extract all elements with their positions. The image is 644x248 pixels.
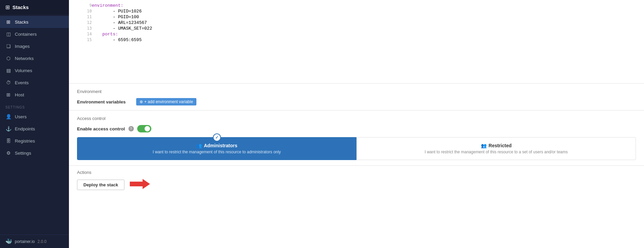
line-number: 9 <box>77 3 92 8</box>
restricted-card-desc: I want to restrict the management of thi… <box>425 150 568 154</box>
plus-icon: ⊕ <box>140 99 143 104</box>
networks-icon: ⬡ <box>5 56 11 61</box>
code-line-10: 10 - PUID=1026 <box>77 8 644 14</box>
settings-icon: ⚙ <box>5 150 11 156</box>
sidebar-item-label: Endpoints <box>15 126 35 131</box>
code-line-11: 11 - PGID=100 <box>77 14 644 20</box>
line-number: 15 <box>77 37 92 43</box>
restricted-icon: 👥 <box>481 143 487 148</box>
sidebar-item-label: Networks <box>15 56 34 61</box>
sidebar-item-endpoints[interactable]: ⚓ Endpoints <box>0 123 69 135</box>
sidebar-item-label: Images <box>15 44 30 49</box>
env-variables-row: Environment variables ⊕ + add environmen… <box>77 98 636 105</box>
restricted-card-title: 👥 Restricted <box>481 143 512 148</box>
access-control-toggle[interactable] <box>137 125 151 132</box>
code-line-13: 13 - UMASK_SET=022 <box>77 26 644 31</box>
add-env-variable-button[interactable]: ⊕ + add environment variable <box>136 98 196 105</box>
sidebar: ⊞ Stacks ⊞ Stacks ◫ Containers ❏ Images … <box>0 0 69 248</box>
help-icon[interactable]: ? <box>128 126 134 131</box>
sidebar-item-label: Volumes <box>15 68 32 73</box>
containers-icon: ◫ <box>5 31 11 37</box>
actions-section: Actions Deploy the stack <box>69 165 644 196</box>
code-value: - PUID=1026 <box>92 9 142 14</box>
images-icon: ❏ <box>5 43 11 49</box>
enable-access-label: Enable access control <box>77 126 125 131</box>
code-value: - 6595:6595 <box>92 37 142 42</box>
code-table: 9 environment: 10 - PUID=1026 11 - PGID=… <box>77 3 644 43</box>
code-line-14: 14 ports: <box>77 31 644 37</box>
code-line-15: 15 - 6595:6595 <box>77 37 644 43</box>
red-arrow-icon <box>130 179 150 191</box>
administrators-card[interactable]: ✓ 👥 Administrators I want to restrict th… <box>77 137 356 160</box>
code-value: - UMASK_SET=022 <box>92 26 152 31</box>
svg-marker-0 <box>130 179 150 189</box>
access-cards: ✓ 👥 Administrators I want to restrict th… <box>77 137 636 160</box>
events-icon: ⏱ <box>5 80 11 85</box>
deploy-row: Deploy the stack <box>77 179 636 191</box>
sidebar-item-label: Users <box>15 114 27 119</box>
sidebar-title: Stacks <box>12 4 29 10</box>
env-variables-label: Environment variables <box>77 99 131 104</box>
portainer-text: portainer.io <box>15 239 35 244</box>
environment-section-title: Environment <box>77 89 636 94</box>
sidebar-item-settings[interactable]: ⚙ Settings <box>0 147 69 159</box>
sidebar-header: ⊞ Stacks <box>0 0 69 14</box>
sidebar-nav: ⊞ Stacks ◫ Containers ❏ Images ⬡ Network… <box>0 14 69 235</box>
portainer-version: 2.0.0 <box>37 239 46 244</box>
sidebar-item-label: Events <box>15 80 29 85</box>
deploy-stack-button[interactable]: Deploy the stack <box>77 180 124 190</box>
restricted-card[interactable]: 👥 Restricted I want to restrict the mana… <box>356 137 636 160</box>
sidebar-item-images[interactable]: ❏ Images <box>0 40 69 52</box>
endpoints-icon: ⚓ <box>5 126 11 131</box>
code-editor: 9 environment: 10 - PUID=1026 11 - PGID=… <box>69 0 644 83</box>
main-content: 9 environment: 10 - PUID=1026 11 - PGID=… <box>69 0 644 248</box>
code-key: environment: <box>92 3 123 8</box>
sidebar-item-label: Registries <box>15 138 35 144</box>
code-line-12: 12 - ARL=1234567 <box>77 20 644 26</box>
sidebar-item-events[interactable]: ⏱ Events <box>0 76 69 89</box>
actions-title: Actions <box>77 170 636 175</box>
line-number: 10 <box>77 8 92 14</box>
users-icon: 👤 <box>5 114 11 119</box>
volumes-icon: ▤ <box>5 68 11 73</box>
sidebar-item-registries[interactable]: 🗄 Registries <box>0 135 69 147</box>
code-value: - PGID=100 <box>92 14 139 20</box>
stacks-icon: ⊞ <box>5 4 10 10</box>
sidebar-item-host[interactable]: ⊞ Host <box>0 89 69 101</box>
code-key: ports: <box>92 32 118 37</box>
sidebar-footer: 🐳 portainer.io 2.0.0 <box>0 235 69 248</box>
settings-section-label: SETTINGS <box>0 101 69 111</box>
host-icon: ⊞ <box>5 92 11 97</box>
administrators-icon: 👥 <box>196 143 202 148</box>
administrators-card-title: 👥 Administrators <box>196 143 237 148</box>
code-blank-space <box>77 43 644 83</box>
sidebar-item-users[interactable]: 👤 Users <box>0 111 69 123</box>
line-number: 13 <box>77 26 92 31</box>
sidebar-item-label: Stacks <box>15 20 29 25</box>
portainer-logo: 🐳 <box>5 238 12 245</box>
line-number: 12 <box>77 20 92 26</box>
line-number: 14 <box>77 31 92 37</box>
sidebar-item-networks[interactable]: ⬡ Networks <box>0 52 69 64</box>
line-number: 11 <box>77 14 92 20</box>
stacks-nav-icon: ⊞ <box>5 19 11 25</box>
card-checkmark: ✓ <box>213 133 221 142</box>
sidebar-item-label: Host <box>15 92 24 97</box>
toggle-slider <box>137 125 151 132</box>
sidebar-item-volumes[interactable]: ▤ Volumes <box>0 64 69 76</box>
environment-section: Environment Environment variables ⊕ + ad… <box>69 83 644 110</box>
code-value: - ARL=1234567 <box>92 20 147 25</box>
sidebar-item-containers[interactable]: ◫ Containers <box>0 28 69 40</box>
sidebar-item-label: Containers <box>15 32 37 37</box>
registries-icon: 🗄 <box>5 138 11 144</box>
sidebar-item-label: Settings <box>15 151 31 156</box>
code-line-9: 9 environment: <box>77 3 644 8</box>
add-env-btn-label: + add environment variable <box>144 99 193 104</box>
access-control-section: Access control Enable access control ? ✓… <box>69 110 644 165</box>
administrators-card-desc: I want to restrict the management of thi… <box>153 150 281 154</box>
enable-access-row: Enable access control ? <box>77 125 636 132</box>
sidebar-item-stacks[interactable]: ⊞ Stacks <box>0 16 69 28</box>
access-control-title: Access control <box>77 116 636 121</box>
